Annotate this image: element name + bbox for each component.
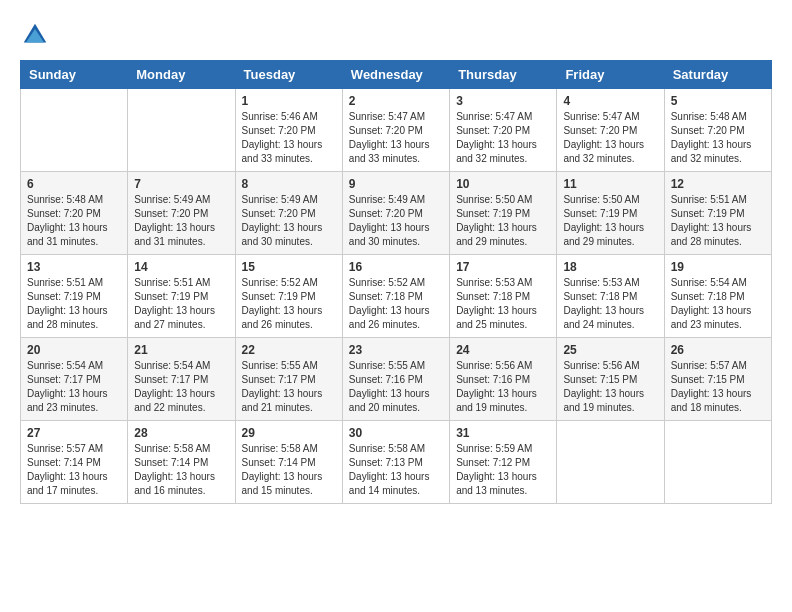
- day-number: 23: [349, 343, 443, 357]
- calendar-cell: 12Sunrise: 5:51 AM Sunset: 7:19 PM Dayli…: [664, 172, 771, 255]
- calendar-cell: 25Sunrise: 5:56 AM Sunset: 7:15 PM Dayli…: [557, 338, 664, 421]
- calendar-cell: 14Sunrise: 5:51 AM Sunset: 7:19 PM Dayli…: [128, 255, 235, 338]
- day-info: Sunrise: 5:57 AM Sunset: 7:14 PM Dayligh…: [27, 442, 121, 498]
- day-number: 25: [563, 343, 657, 357]
- calendar-cell: 6Sunrise: 5:48 AM Sunset: 7:20 PM Daylig…: [21, 172, 128, 255]
- calendar-cell: 17Sunrise: 5:53 AM Sunset: 7:18 PM Dayli…: [450, 255, 557, 338]
- day-info: Sunrise: 5:49 AM Sunset: 7:20 PM Dayligh…: [349, 193, 443, 249]
- header-thursday: Thursday: [450, 61, 557, 89]
- calendar-cell: [557, 421, 664, 504]
- calendar-cell: 28Sunrise: 5:58 AM Sunset: 7:14 PM Dayli…: [128, 421, 235, 504]
- day-info: Sunrise: 5:54 AM Sunset: 7:18 PM Dayligh…: [671, 276, 765, 332]
- calendar-week-2: 6Sunrise: 5:48 AM Sunset: 7:20 PM Daylig…: [21, 172, 772, 255]
- day-info: Sunrise: 5:46 AM Sunset: 7:20 PM Dayligh…: [242, 110, 336, 166]
- day-number: 31: [456, 426, 550, 440]
- header-monday: Monday: [128, 61, 235, 89]
- day-info: Sunrise: 5:51 AM Sunset: 7:19 PM Dayligh…: [134, 276, 228, 332]
- day-number: 29: [242, 426, 336, 440]
- calendar-cell: 4Sunrise: 5:47 AM Sunset: 7:20 PM Daylig…: [557, 89, 664, 172]
- day-number: 18: [563, 260, 657, 274]
- day-info: Sunrise: 5:47 AM Sunset: 7:20 PM Dayligh…: [456, 110, 550, 166]
- day-number: 13: [27, 260, 121, 274]
- calendar-cell: 3Sunrise: 5:47 AM Sunset: 7:20 PM Daylig…: [450, 89, 557, 172]
- day-info: Sunrise: 5:55 AM Sunset: 7:17 PM Dayligh…: [242, 359, 336, 415]
- day-number: 21: [134, 343, 228, 357]
- logo-icon: [20, 20, 50, 50]
- calendar-header-row: SundayMondayTuesdayWednesdayThursdayFrid…: [21, 61, 772, 89]
- day-info: Sunrise: 5:57 AM Sunset: 7:15 PM Dayligh…: [671, 359, 765, 415]
- calendar-cell: 19Sunrise: 5:54 AM Sunset: 7:18 PM Dayli…: [664, 255, 771, 338]
- day-number: 5: [671, 94, 765, 108]
- day-info: Sunrise: 5:49 AM Sunset: 7:20 PM Dayligh…: [134, 193, 228, 249]
- day-info: Sunrise: 5:54 AM Sunset: 7:17 PM Dayligh…: [134, 359, 228, 415]
- day-number: 8: [242, 177, 336, 191]
- day-number: 15: [242, 260, 336, 274]
- calendar-table: SundayMondayTuesdayWednesdayThursdayFrid…: [20, 60, 772, 504]
- calendar-week-4: 20Sunrise: 5:54 AM Sunset: 7:17 PM Dayli…: [21, 338, 772, 421]
- day-number: 7: [134, 177, 228, 191]
- day-number: 11: [563, 177, 657, 191]
- day-info: Sunrise: 5:51 AM Sunset: 7:19 PM Dayligh…: [671, 193, 765, 249]
- calendar-cell: 1Sunrise: 5:46 AM Sunset: 7:20 PM Daylig…: [235, 89, 342, 172]
- calendar-cell: 31Sunrise: 5:59 AM Sunset: 7:12 PM Dayli…: [450, 421, 557, 504]
- header-sunday: Sunday: [21, 61, 128, 89]
- day-number: 12: [671, 177, 765, 191]
- day-info: Sunrise: 5:58 AM Sunset: 7:13 PM Dayligh…: [349, 442, 443, 498]
- day-info: Sunrise: 5:55 AM Sunset: 7:16 PM Dayligh…: [349, 359, 443, 415]
- day-number: 3: [456, 94, 550, 108]
- calendar-cell: [128, 89, 235, 172]
- day-number: 24: [456, 343, 550, 357]
- calendar-week-3: 13Sunrise: 5:51 AM Sunset: 7:19 PM Dayli…: [21, 255, 772, 338]
- calendar-cell: 22Sunrise: 5:55 AM Sunset: 7:17 PM Dayli…: [235, 338, 342, 421]
- calendar-cell: 11Sunrise: 5:50 AM Sunset: 7:19 PM Dayli…: [557, 172, 664, 255]
- header-saturday: Saturday: [664, 61, 771, 89]
- day-number: 6: [27, 177, 121, 191]
- day-number: 17: [456, 260, 550, 274]
- day-number: 10: [456, 177, 550, 191]
- calendar-cell: 7Sunrise: 5:49 AM Sunset: 7:20 PM Daylig…: [128, 172, 235, 255]
- day-number: 16: [349, 260, 443, 274]
- calendar-cell: 27Sunrise: 5:57 AM Sunset: 7:14 PM Dayli…: [21, 421, 128, 504]
- calendar-cell: 2Sunrise: 5:47 AM Sunset: 7:20 PM Daylig…: [342, 89, 449, 172]
- day-info: Sunrise: 5:51 AM Sunset: 7:19 PM Dayligh…: [27, 276, 121, 332]
- calendar-cell: 5Sunrise: 5:48 AM Sunset: 7:20 PM Daylig…: [664, 89, 771, 172]
- day-info: Sunrise: 5:50 AM Sunset: 7:19 PM Dayligh…: [456, 193, 550, 249]
- day-number: 22: [242, 343, 336, 357]
- day-info: Sunrise: 5:56 AM Sunset: 7:16 PM Dayligh…: [456, 359, 550, 415]
- calendar-cell: 16Sunrise: 5:52 AM Sunset: 7:18 PM Dayli…: [342, 255, 449, 338]
- calendar-week-5: 27Sunrise: 5:57 AM Sunset: 7:14 PM Dayli…: [21, 421, 772, 504]
- day-info: Sunrise: 5:58 AM Sunset: 7:14 PM Dayligh…: [134, 442, 228, 498]
- calendar-cell: 20Sunrise: 5:54 AM Sunset: 7:17 PM Dayli…: [21, 338, 128, 421]
- day-number: 30: [349, 426, 443, 440]
- day-info: Sunrise: 5:49 AM Sunset: 7:20 PM Dayligh…: [242, 193, 336, 249]
- day-info: Sunrise: 5:48 AM Sunset: 7:20 PM Dayligh…: [671, 110, 765, 166]
- calendar-cell: [21, 89, 128, 172]
- logo: [20, 20, 54, 50]
- day-info: Sunrise: 5:50 AM Sunset: 7:19 PM Dayligh…: [563, 193, 657, 249]
- day-info: Sunrise: 5:58 AM Sunset: 7:14 PM Dayligh…: [242, 442, 336, 498]
- day-number: 14: [134, 260, 228, 274]
- calendar-cell: 10Sunrise: 5:50 AM Sunset: 7:19 PM Dayli…: [450, 172, 557, 255]
- calendar-cell: 13Sunrise: 5:51 AM Sunset: 7:19 PM Dayli…: [21, 255, 128, 338]
- day-number: 9: [349, 177, 443, 191]
- day-info: Sunrise: 5:53 AM Sunset: 7:18 PM Dayligh…: [456, 276, 550, 332]
- calendar-cell: 15Sunrise: 5:52 AM Sunset: 7:19 PM Dayli…: [235, 255, 342, 338]
- calendar-cell: 23Sunrise: 5:55 AM Sunset: 7:16 PM Dayli…: [342, 338, 449, 421]
- calendar-cell: 30Sunrise: 5:58 AM Sunset: 7:13 PM Dayli…: [342, 421, 449, 504]
- day-info: Sunrise: 5:48 AM Sunset: 7:20 PM Dayligh…: [27, 193, 121, 249]
- calendar-cell: [664, 421, 771, 504]
- day-number: 28: [134, 426, 228, 440]
- calendar-cell: 29Sunrise: 5:58 AM Sunset: 7:14 PM Dayli…: [235, 421, 342, 504]
- day-info: Sunrise: 5:53 AM Sunset: 7:18 PM Dayligh…: [563, 276, 657, 332]
- day-info: Sunrise: 5:52 AM Sunset: 7:19 PM Dayligh…: [242, 276, 336, 332]
- day-info: Sunrise: 5:56 AM Sunset: 7:15 PM Dayligh…: [563, 359, 657, 415]
- calendar-cell: 8Sunrise: 5:49 AM Sunset: 7:20 PM Daylig…: [235, 172, 342, 255]
- header-tuesday: Tuesday: [235, 61, 342, 89]
- day-number: 27: [27, 426, 121, 440]
- day-number: 1: [242, 94, 336, 108]
- day-info: Sunrise: 5:59 AM Sunset: 7:12 PM Dayligh…: [456, 442, 550, 498]
- day-number: 4: [563, 94, 657, 108]
- header-friday: Friday: [557, 61, 664, 89]
- calendar-cell: 21Sunrise: 5:54 AM Sunset: 7:17 PM Dayli…: [128, 338, 235, 421]
- day-number: 19: [671, 260, 765, 274]
